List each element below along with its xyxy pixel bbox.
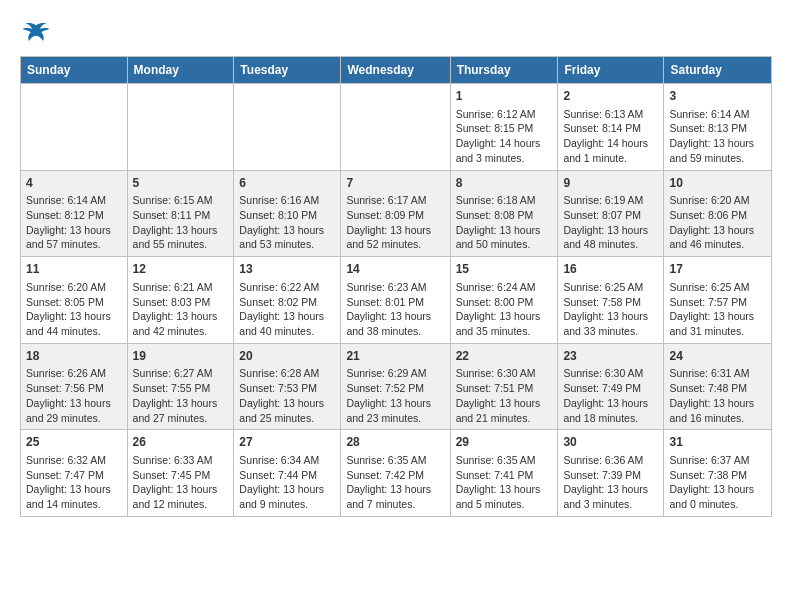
day-info: Sunset: 7:48 PM — [669, 381, 766, 396]
day-info: Sunset: 8:15 PM — [456, 121, 553, 136]
weekday-header-monday: Monday — [127, 57, 234, 84]
calendar-table: SundayMondayTuesdayWednesdayThursdayFrid… — [20, 56, 772, 517]
day-info: Daylight: 13 hours — [669, 482, 766, 497]
day-info: Daylight: 13 hours — [563, 309, 658, 324]
day-number: 3 — [669, 88, 766, 105]
day-info: Daylight: 13 hours — [239, 223, 335, 238]
day-info: Sunrise: 6:32 AM — [26, 453, 122, 468]
day-info: and 0 minutes. — [669, 497, 766, 512]
day-info: Sunrise: 6:19 AM — [563, 193, 658, 208]
day-info: Sunset: 7:55 PM — [133, 381, 229, 396]
day-info: and 25 minutes. — [239, 411, 335, 426]
day-info: Daylight: 13 hours — [133, 223, 229, 238]
day-number: 18 — [26, 348, 122, 365]
calendar-cell: 1Sunrise: 6:12 AMSunset: 8:15 PMDaylight… — [450, 84, 558, 171]
day-number: 6 — [239, 175, 335, 192]
day-info: Sunrise: 6:36 AM — [563, 453, 658, 468]
calendar-cell: 21Sunrise: 6:29 AMSunset: 7:52 PMDayligh… — [341, 343, 450, 430]
day-info: and 57 minutes. — [26, 237, 122, 252]
day-info: and 12 minutes. — [133, 497, 229, 512]
weekday-header-saturday: Saturday — [664, 57, 772, 84]
calendar-cell: 9Sunrise: 6:19 AMSunset: 8:07 PMDaylight… — [558, 170, 664, 257]
calendar-cell: 5Sunrise: 6:15 AMSunset: 8:11 PMDaylight… — [127, 170, 234, 257]
day-info: Sunrise: 6:30 AM — [456, 366, 553, 381]
weekday-header-thursday: Thursday — [450, 57, 558, 84]
calendar-cell: 14Sunrise: 6:23 AMSunset: 8:01 PMDayligh… — [341, 257, 450, 344]
day-info: and 31 minutes. — [669, 324, 766, 339]
day-number: 23 — [563, 348, 658, 365]
day-info: Sunrise: 6:12 AM — [456, 107, 553, 122]
day-info: Sunrise: 6:27 AM — [133, 366, 229, 381]
day-info: and 38 minutes. — [346, 324, 444, 339]
day-info: Sunrise: 6:17 AM — [346, 193, 444, 208]
day-number: 28 — [346, 434, 444, 451]
day-info: Sunrise: 6:14 AM — [26, 193, 122, 208]
day-info: Daylight: 13 hours — [239, 309, 335, 324]
day-info: and 18 minutes. — [563, 411, 658, 426]
calendar-cell — [341, 84, 450, 171]
logo — [20, 20, 56, 48]
weekday-header-wednesday: Wednesday — [341, 57, 450, 84]
day-info: and 48 minutes. — [563, 237, 658, 252]
day-number: 15 — [456, 261, 553, 278]
day-number: 26 — [133, 434, 229, 451]
day-info: Daylight: 13 hours — [239, 482, 335, 497]
day-info: Sunset: 8:00 PM — [456, 295, 553, 310]
day-info: and 52 minutes. — [346, 237, 444, 252]
day-info: Daylight: 13 hours — [456, 482, 553, 497]
day-info: Sunrise: 6:21 AM — [133, 280, 229, 295]
calendar-cell: 30Sunrise: 6:36 AMSunset: 7:39 PMDayligh… — [558, 430, 664, 517]
calendar-cell: 13Sunrise: 6:22 AMSunset: 8:02 PMDayligh… — [234, 257, 341, 344]
day-info: Daylight: 13 hours — [456, 309, 553, 324]
day-info: Daylight: 13 hours — [669, 223, 766, 238]
day-info: and 3 minutes. — [563, 497, 658, 512]
day-info: Sunset: 8:01 PM — [346, 295, 444, 310]
day-info: and 9 minutes. — [239, 497, 335, 512]
weekday-header-row: SundayMondayTuesdayWednesdayThursdayFrid… — [21, 57, 772, 84]
day-info: Sunrise: 6:35 AM — [346, 453, 444, 468]
calendar-cell: 17Sunrise: 6:25 AMSunset: 7:57 PMDayligh… — [664, 257, 772, 344]
logo-bird-icon — [20, 20, 52, 48]
day-info: and 27 minutes. — [133, 411, 229, 426]
day-info: Daylight: 13 hours — [26, 396, 122, 411]
calendar-week-row: 18Sunrise: 6:26 AMSunset: 7:56 PMDayligh… — [21, 343, 772, 430]
day-info: Sunset: 7:49 PM — [563, 381, 658, 396]
day-info: and 16 minutes. — [669, 411, 766, 426]
day-info: Sunrise: 6:33 AM — [133, 453, 229, 468]
day-number: 21 — [346, 348, 444, 365]
day-number: 4 — [26, 175, 122, 192]
day-info: and 59 minutes. — [669, 151, 766, 166]
day-info: Sunrise: 6:37 AM — [669, 453, 766, 468]
day-info: Sunrise: 6:30 AM — [563, 366, 658, 381]
day-info: Daylight: 13 hours — [563, 482, 658, 497]
day-info: and 5 minutes. — [456, 497, 553, 512]
calendar-cell: 25Sunrise: 6:32 AMSunset: 7:47 PMDayligh… — [21, 430, 128, 517]
day-info: Sunset: 8:14 PM — [563, 121, 658, 136]
day-info: Sunset: 8:13 PM — [669, 121, 766, 136]
day-info: Daylight: 13 hours — [239, 396, 335, 411]
day-info: and 55 minutes. — [133, 237, 229, 252]
day-info: Daylight: 14 hours — [563, 136, 658, 151]
calendar-cell: 4Sunrise: 6:14 AMSunset: 8:12 PMDaylight… — [21, 170, 128, 257]
day-info: Sunrise: 6:35 AM — [456, 453, 553, 468]
calendar-cell: 6Sunrise: 6:16 AMSunset: 8:10 PMDaylight… — [234, 170, 341, 257]
calendar-cell: 29Sunrise: 6:35 AMSunset: 7:41 PMDayligh… — [450, 430, 558, 517]
day-info: Daylight: 13 hours — [456, 223, 553, 238]
day-info: Sunset: 7:42 PM — [346, 468, 444, 483]
header — [20, 16, 772, 48]
day-info: Sunset: 7:44 PM — [239, 468, 335, 483]
day-info: Sunset: 7:58 PM — [563, 295, 658, 310]
day-number: 27 — [239, 434, 335, 451]
day-info: Daylight: 13 hours — [346, 223, 444, 238]
calendar-header: SundayMondayTuesdayWednesdayThursdayFrid… — [21, 57, 772, 84]
day-info: Sunset: 8:05 PM — [26, 295, 122, 310]
day-number: 30 — [563, 434, 658, 451]
day-info: Sunset: 8:07 PM — [563, 208, 658, 223]
day-number: 20 — [239, 348, 335, 365]
calendar-cell: 31Sunrise: 6:37 AMSunset: 7:38 PMDayligh… — [664, 430, 772, 517]
calendar-body: 1Sunrise: 6:12 AMSunset: 8:15 PMDaylight… — [21, 84, 772, 517]
day-info: and 35 minutes. — [456, 324, 553, 339]
weekday-header-friday: Friday — [558, 57, 664, 84]
day-info: Sunrise: 6:26 AM — [26, 366, 122, 381]
weekday-header-sunday: Sunday — [21, 57, 128, 84]
